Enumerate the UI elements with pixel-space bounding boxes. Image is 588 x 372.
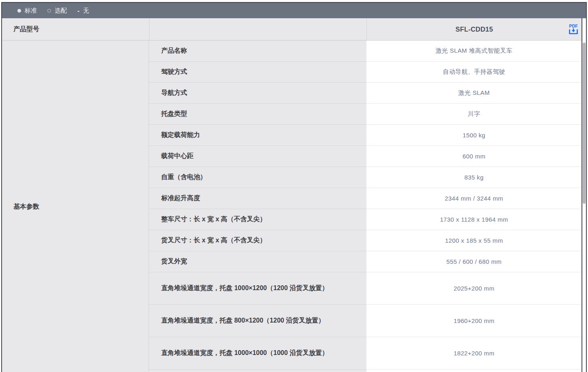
table-row: 产品名称激光 SLAM 堆高式智能叉车 (149, 41, 582, 62)
spec-value: 1960+200 mm (366, 305, 582, 337)
table-row (149, 370, 582, 372)
table-body: 基本参数 产品名称激光 SLAM 堆高式智能叉车驾驶方式自动导航、手持器驾驶导航… (2, 41, 582, 372)
table-row: 额定载荷能力1500 kg (149, 125, 582, 146)
spec-value: 激光 SLAM 堆高式智能叉车 (366, 41, 582, 62)
svg-text:PDF: PDF (569, 24, 578, 28)
spec-value: 2025+200 mm (366, 272, 582, 305)
table-row: 货叉外宽555 / 600 / 680 mm (149, 251, 582, 272)
spec-table-frame: 标准 选配 - 无 产品型号 SFL-CDD15 PDF (1, 2, 587, 372)
spec-label: 载荷中心距 (149, 146, 366, 167)
spec-value (366, 370, 582, 372)
table-row: 自重（含电池）835 kg (149, 167, 582, 188)
legend-bar: 标准 选配 - 无 (2, 3, 586, 18)
spec-rows: 产品名称激光 SLAM 堆高式智能叉车驾驶方式自动导航、手持器驾驶导航方式激光 … (149, 41, 582, 372)
table-row: 载荷中心距600 mm (149, 146, 582, 167)
section-title-cell: 基本参数 (2, 41, 149, 372)
table-row: 标准起升高度2344 mm / 3244 mm (149, 188, 582, 209)
filled-circle-icon (17, 9, 21, 13)
table-row: 托盘类型川字 (149, 104, 582, 125)
table-header-row: 产品型号 SFL-CDD15 PDF (2, 18, 582, 41)
scrollbar-thumb[interactable] (583, 43, 586, 204)
spec-label: 标准起升高度 (149, 188, 366, 209)
legend-item-optional: 选配 (47, 7, 67, 15)
spec-label: 直角堆垛通道宽度，托盘 1000×1200（1200 沿货叉放置） (149, 272, 366, 305)
spec-label: 导航方式 (149, 83, 366, 104)
table-row: 直角堆垛通道宽度，托盘 800×1200（1200 沿货叉放置）1960+200… (149, 305, 582, 337)
spec-label: 直角堆垛通道宽度，托盘 800×1200（1200 沿货叉放置） (149, 305, 366, 337)
section-title: 基本参数 (13, 203, 39, 211)
legend-optional-label: 选配 (55, 7, 67, 15)
spec-label: 托盘类型 (149, 104, 366, 125)
header-model-cell: SFL-CDD15 PDF (366, 18, 582, 40)
spec-label: 货叉尺寸：长 x 宽 x 高（不含叉尖） (149, 230, 366, 251)
table-row: 直角堆垛通道宽度，托盘 1000×1000（1000 沿货叉放置）1822+20… (149, 337, 582, 370)
table-row: 整车尺寸：长 x 宽 x 高（不含叉尖）1730 x 1128 x 1964 m… (149, 209, 582, 230)
model-name: SFL-CDD15 (456, 26, 493, 33)
table-row: 驾驶方式自动导航、手持器驾驶 (149, 62, 582, 83)
spec-table: 产品型号 SFL-CDD15 PDF 基本参数 产品名称激光 SLAM 堆高式 (2, 18, 582, 372)
table-row: 货叉尺寸：长 x 宽 x 高（不含叉尖）1200 x 185 x 55 mm (149, 230, 582, 251)
legend-item-standard: 标准 (17, 7, 37, 15)
spec-value: 1822+200 mm (366, 337, 582, 370)
spec-value: 1730 x 1128 x 1964 mm (366, 209, 582, 230)
legend-standard-label: 标准 (25, 7, 37, 15)
spec-label: 驾驶方式 (149, 62, 366, 83)
spec-label: 货叉外宽 (149, 251, 366, 272)
spec-value: 川字 (366, 104, 582, 125)
spec-value: 激光 SLAM (366, 83, 582, 104)
spec-value: 1500 kg (366, 125, 582, 146)
spec-value: 2344 mm / 3244 mm (366, 188, 582, 209)
table-content: 产品型号 SFL-CDD15 PDF 基本参数 产品名称激光 SLAM 堆高式 (2, 18, 586, 372)
spec-value: 555 / 600 / 680 mm (366, 251, 582, 272)
header-spacer-cell (149, 18, 366, 40)
table-row: 导航方式激光 SLAM (149, 83, 582, 104)
spec-value: 自动导航、手持器驾驶 (366, 62, 582, 83)
spec-value: 600 mm (366, 146, 582, 167)
spec-value: 835 kg (366, 167, 582, 188)
table-row: 直角堆垛通道宽度，托盘 1000×1200（1200 沿货叉放置）2025+20… (149, 272, 582, 305)
spec-label: 产品名称 (149, 41, 366, 62)
spec-label: 自重（含电池） (149, 167, 366, 188)
legend-none-label: 无 (83, 7, 89, 15)
spec-value: 1200 x 185 x 55 mm (366, 230, 582, 251)
spec-label: 直角堆垛通道宽度，托盘 1000×1000（1000 沿货叉放置） (149, 337, 366, 370)
scrollbar-track[interactable] (582, 18, 586, 372)
header-product-model-label: 产品型号 (2, 18, 149, 40)
hollow-circle-icon (47, 9, 51, 13)
spec-label: 整车尺寸：长 x 宽 x 高（不含叉尖） (149, 209, 366, 230)
spec-label: 额定载荷能力 (149, 125, 366, 146)
legend-item-none: - 无 (77, 7, 89, 15)
dash-icon: - (77, 9, 79, 13)
pdf-download-icon[interactable]: PDF (568, 24, 579, 35)
spec-label (149, 370, 366, 372)
